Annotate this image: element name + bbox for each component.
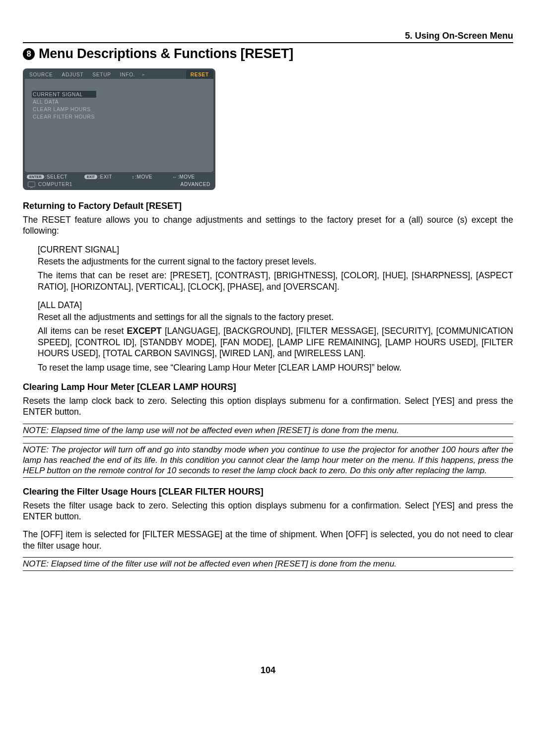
section-number-badge: 8 [23,48,35,60]
footer-source: COMPUTER1 [28,182,72,187]
label-current-signal: [CURRENT SIGNAL] [38,245,513,255]
hint-enter: ENTER :SELECT [27,174,67,180]
note-lamp-1: NOTE: Elapsed time of the lamp use will … [23,424,513,437]
exit-label: :EXIT [98,174,112,180]
heading-reset: Returning to Factory Default [RESET] [23,201,513,211]
osd-item-clear-filter[interactable]: CLEAR FILTER HOURS [32,113,209,120]
block-current-signal: [CURRENT SIGNAL] Resets the adjustments … [38,245,513,292]
para-ad-2: All items can be reset EXCEPT [LANGUAGE]… [38,325,513,359]
page: 5. Using On-Screen Menu 8 Menu Descripti… [0,0,536,691]
chapter-header: 5. Using On-Screen Menu [23,31,513,43]
block-all-data: [ALL DATA] Reset all the adjustments and… [38,300,513,373]
osd-panel: SOURCE ADJUST SETUP INFO. ▸ RESET CURREN… [23,68,215,190]
updown-arrow-icon: ↕ [132,175,134,180]
osd-item-current-signal[interactable]: CURRENT SIGNAL [32,91,96,98]
para-cs-1: Resets the adjustments for the current s… [38,256,513,267]
page-number: 104 [23,665,513,676]
osd-hint-bar: ENTER :SELECT EXIT :EXIT ↕ :MOVE ↔ :MOVE [23,172,215,181]
osd-tab-adjust[interactable]: ADJUST [58,70,88,79]
monitor-icon [28,182,35,187]
exit-pill: EXIT [84,175,97,179]
note-lamp-2: NOTE: The projector will turn off and go… [23,443,513,478]
osd-tab-bar: SOURCE ADJUST SETUP INFO. ▸ RESET [23,68,215,79]
osd-item-all-data[interactable]: ALL DATA [32,98,209,105]
note-filter: NOTE: Elapsed time of the filter use wil… [23,557,513,570]
osd-body: CURRENT SIGNAL ALL DATA CLEAR LAMP HOURS… [25,79,213,172]
hint-move-ud: ↕ :MOVE [132,174,152,180]
enter-pill: ENTER [27,175,44,179]
osd-tab-setup[interactable]: SETUP [88,70,115,79]
para-ad-1: Reset all the adjustments and settings f… [38,312,513,322]
section-title: 8 Menu Descriptions & Functions [RESET] [23,46,513,62]
heading-clear-filter: Clearing the Filter Usage Hours [CLEAR F… [23,487,513,497]
footer-mode: ADVANCED [181,182,210,187]
para-ad-3: To reset the lamp usage time, see “Clear… [38,362,513,373]
label-all-data: [ALL DATA] [38,300,513,311]
para-clear-filter-2: The [OFF] item is selected for [FILTER M… [23,529,513,551]
leftright-arrow-icon: ↔ [172,175,177,180]
osd-footer: COMPUTER1 ADVANCED [23,181,215,189]
para-reset-intro: The RESET feature allows you to change a… [23,214,513,237]
para-clear-lamp: Resets the lamp clock back to zero. Sele… [23,395,513,418]
tab-overflow-icon: ▸ [139,70,148,79]
enter-label: :SELECT [45,174,67,180]
osd-tab-reset[interactable]: RESET [186,70,213,79]
osd-tab-source[interactable]: SOURCE [25,70,58,79]
para-cs-2: The items that can be reset are: [PRESET… [38,270,513,292]
move-lr-label: :MOVE [178,174,195,180]
hint-exit: EXIT :EXIT [84,174,112,180]
footer-source-label: COMPUTER1 [38,182,72,187]
osd-tab-info[interactable]: INFO. [116,70,140,79]
move-ud-label: :MOVE [135,174,152,180]
hint-move-lr: ↔ :MOVE [172,174,195,180]
osd-item-clear-lamp[interactable]: CLEAR LAMP HOURS [32,106,209,113]
para-clear-filter-1: Resets the filter usage back to zero. Se… [23,500,513,522]
heading-clear-lamp: Clearing Lamp Hour Meter [CLEAR LAMP HOU… [23,382,513,392]
section-title-text: Menu Descriptions & Functions [RESET] [39,46,293,62]
